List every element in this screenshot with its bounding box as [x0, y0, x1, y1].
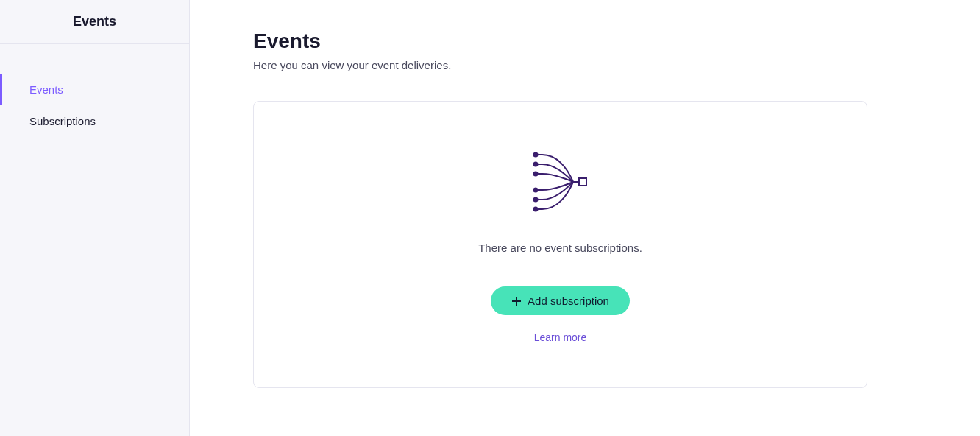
- sidebar: Events Events Subscriptions: [0, 0, 190, 436]
- sidebar-item-events[interactable]: Events: [0, 74, 189, 105]
- svg-point-3: [533, 188, 538, 193]
- sidebar-title: Events: [15, 14, 174, 29]
- page-title: Events: [253, 29, 917, 53]
- sidebar-header: Events: [0, 0, 189, 44]
- add-subscription-button[interactable]: Add subscription: [491, 286, 630, 315]
- svg-point-0: [533, 152, 538, 158]
- webhook-merge-icon: [532, 152, 589, 215]
- empty-state-message: There are no event subscriptions.: [478, 242, 642, 254]
- add-subscription-label: Add subscription: [528, 295, 609, 307]
- plus-icon: [511, 296, 522, 306]
- sidebar-nav: Events Subscriptions: [0, 44, 189, 137]
- learn-more-link[interactable]: Learn more: [534, 331, 587, 343]
- svg-point-2: [533, 172, 538, 177]
- main-content: Events Here you can view your event deli…: [190, 0, 980, 436]
- svg-point-5: [533, 207, 538, 212]
- svg-point-1: [533, 162, 538, 167]
- sidebar-item-subscriptions[interactable]: Subscriptions: [0, 105, 189, 137]
- page-subtitle: Here you can view your event deliveries.: [253, 59, 917, 71]
- svg-point-4: [533, 197, 538, 203]
- sidebar-item-label: Subscriptions: [29, 115, 96, 127]
- sidebar-item-label: Events: [29, 83, 63, 96]
- svg-rect-7: [579, 178, 586, 186]
- empty-state-card: There are no event subscriptions. Add su…: [253, 101, 867, 388]
